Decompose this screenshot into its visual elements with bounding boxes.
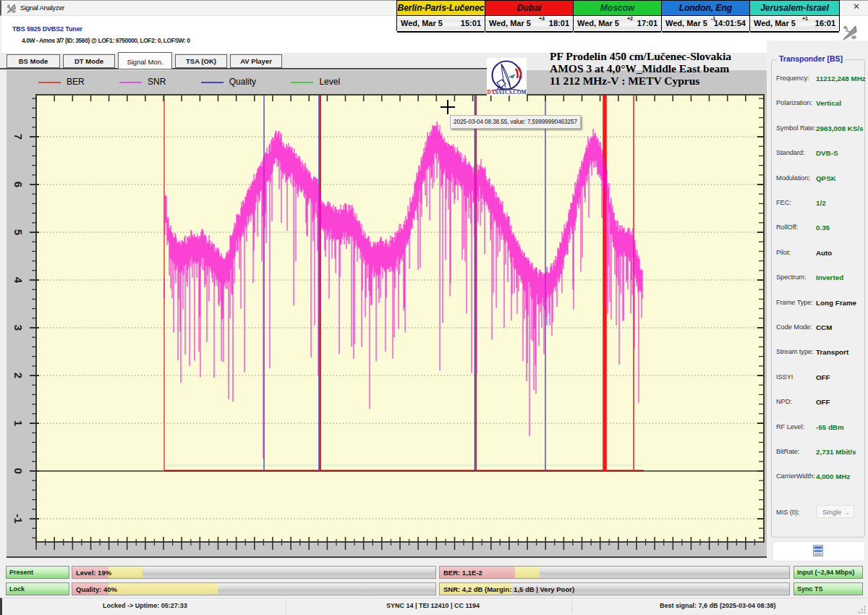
- svg-text:6: 6: [12, 182, 25, 187]
- svg-text:1: 1: [12, 420, 25, 426]
- svg-text:3: 3: [12, 325, 25, 331]
- svg-text:0: 0: [12, 468, 25, 474]
- svg-text:2: 2: [12, 373, 25, 378]
- svg-text:7: 7: [12, 134, 25, 140]
- svg-text:-1: -1: [12, 514, 25, 523]
- svg-text:5: 5: [12, 229, 25, 235]
- svg-text:DXSATCS.COM: DXSATCS.COM: [488, 89, 527, 96]
- svg-text:4: 4: [12, 277, 25, 284]
